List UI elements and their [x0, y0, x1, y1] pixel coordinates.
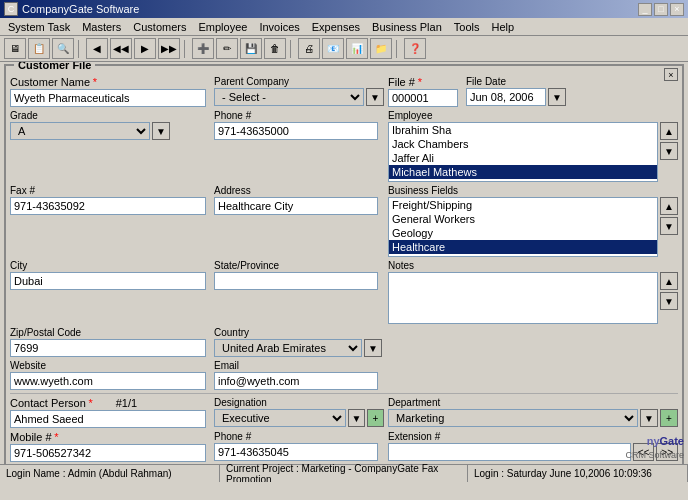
notes-scroll-up[interactable]: ▲ — [660, 272, 678, 290]
menu-business-plan[interactable]: Business Plan — [366, 19, 448, 35]
business-field-2[interactable]: General Workers — [389, 212, 657, 226]
employee-item-4[interactable]: Michael Mathews — [389, 165, 657, 179]
toolbar-btn-6[interactable]: ▶ — [134, 38, 156, 59]
employee-item-3[interactable]: Jaffer Ali — [389, 151, 657, 165]
mobile-input[interactable] — [10, 444, 206, 462]
extension-input[interactable] — [388, 443, 631, 461]
maximize-button[interactable]: □ — [654, 3, 668, 16]
menu-tools[interactable]: Tools — [448, 19, 486, 35]
department-dropdown[interactable]: ▼ — [640, 409, 658, 427]
address-input[interactable] — [214, 197, 378, 215]
menu-help[interactable]: Help — [485, 19, 520, 35]
parent-company-dropdown[interactable]: ▼ — [366, 88, 384, 106]
toolbar-btn-3[interactable]: 🔍 — [52, 38, 74, 59]
designation-select[interactable]: Executive — [214, 409, 346, 427]
title-bar: C CompanyGate Software _ □ × — [0, 0, 688, 18]
panel-title: Customer File — [14, 62, 95, 71]
department-select[interactable]: Marketing — [388, 409, 638, 427]
address-label: Address — [214, 185, 384, 196]
grade-select[interactable]: A — [10, 122, 150, 140]
business-fields-listbox[interactable]: Freight/Shipping General Workers Geology… — [388, 197, 658, 257]
country-dropdown[interactable]: ▼ — [364, 339, 382, 357]
phone-input[interactable] — [214, 122, 378, 140]
notes-scroll-down[interactable]: ▼ — [660, 292, 678, 310]
toolbar-btn-10[interactable]: 💾 — [240, 38, 262, 59]
website-input[interactable] — [10, 372, 206, 390]
logo-main: nyGate — [625, 427, 684, 450]
contact-person-input[interactable] — [10, 410, 206, 428]
department-add[interactable]: + — [660, 409, 678, 427]
fax-input[interactable] — [10, 197, 206, 215]
file-date-dropdown[interactable]: ▼ — [548, 88, 566, 106]
menu-bar: System Task Masters Customers Employee I… — [0, 18, 688, 36]
window-controls[interactable]: _ □ × — [638, 3, 684, 16]
close-button[interactable]: × — [670, 3, 684, 16]
file-no-input[interactable] — [388, 89, 458, 107]
menu-invoices[interactable]: Invoices — [253, 19, 305, 35]
toolbar: 🖥 📋 🔍 ◀ ◀◀ ▶ ▶▶ ➕ ✏ 💾 🗑 🖨 📧 📊 📁 ❓ — [0, 36, 688, 62]
employee-label: Employee — [388, 110, 678, 121]
employee-listbox[interactable]: Ibrahim Sha Jack Chambers Jaffer Ali Mic… — [388, 122, 658, 182]
parent-company-label: Parent Company — [214, 76, 384, 87]
menu-employee[interactable]: Employee — [192, 19, 253, 35]
toolbar-btn-8[interactable]: ➕ — [192, 38, 214, 59]
toolbar-btn-4[interactable]: ◀ — [86, 38, 108, 59]
customer-name-label: Customer Name * — [10, 76, 210, 88]
customer-name-input[interactable] — [10, 89, 206, 107]
grade-dropdown[interactable]: ▼ — [152, 122, 170, 140]
toolbar-btn-2[interactable]: 📋 — [28, 38, 50, 59]
business-field-4[interactable]: Healthcare — [389, 240, 657, 254]
menu-system-task[interactable]: System Task — [2, 19, 76, 35]
designation-label: Designation — [214, 397, 384, 408]
grade-label: Grade — [10, 110, 210, 121]
zip-input[interactable] — [10, 339, 206, 357]
designation-add[interactable]: + — [367, 409, 384, 427]
notes-label: Notes — [388, 260, 678, 271]
minimize-button[interactable]: _ — [638, 3, 652, 16]
biz-scroll-up[interactable]: ▲ — [660, 197, 678, 215]
country-label: Country — [214, 327, 384, 338]
employee-item-1[interactable]: Ibrahim Sha — [389, 123, 657, 137]
email-input[interactable] — [214, 372, 378, 390]
toolbar-btn-14[interactable]: 📊 — [346, 38, 368, 59]
toolbar-btn-16[interactable]: ❓ — [404, 38, 426, 59]
status-login: Login Name : Admin (Abdul Rahman) — [0, 465, 220, 482]
phone-contact-input[interactable] — [214, 443, 378, 461]
toolbar-btn-15[interactable]: 📁 — [370, 38, 392, 59]
employee-item-2[interactable]: Jack Chambers — [389, 137, 657, 151]
status-datetime: Login : Saturday June 10,2006 10:09:36 — [468, 465, 688, 482]
designation-dropdown[interactable]: ▼ — [348, 409, 365, 427]
panel-close-button[interactable]: × — [664, 68, 678, 81]
logo-sub: CRM Software — [625, 450, 684, 460]
toolbar-btn-11[interactable]: 🗑 — [264, 38, 286, 59]
menu-expenses[interactable]: Expenses — [306, 19, 366, 35]
employee-scroll-down[interactable]: ▼ — [660, 142, 678, 160]
toolbar-btn-12[interactable]: 🖨 — [298, 38, 320, 59]
city-input[interactable] — [10, 272, 206, 290]
employee-scroll-up[interactable]: ▲ — [660, 122, 678, 140]
toolbar-btn-1[interactable]: 🖥 — [4, 38, 26, 59]
toolbar-btn-9[interactable]: ✏ — [216, 38, 238, 59]
state-input[interactable] — [214, 272, 378, 290]
file-date-input[interactable] — [466, 88, 546, 106]
website-label: Website — [10, 360, 210, 371]
business-field-3[interactable]: Geology — [389, 226, 657, 240]
parent-company-select[interactable]: - Select - — [214, 88, 364, 106]
zip-label: Zip/Postal Code — [10, 327, 210, 338]
business-field-1[interactable]: Freight/Shipping — [389, 198, 657, 212]
toolbar-btn-5[interactable]: ◀◀ — [110, 38, 132, 59]
state-label: State/Province — [214, 260, 384, 271]
contact-person-label: Contact Person * #1/1 — [10, 397, 210, 409]
toolbar-btn-7[interactable]: ▶▶ — [158, 38, 180, 59]
logo-area: nyGate CRM Software — [625, 427, 684, 460]
fax-label: Fax # — [10, 185, 210, 196]
biz-scroll-down[interactable]: ▼ — [660, 217, 678, 235]
toolbar-btn-13[interactable]: 📧 — [322, 38, 344, 59]
app-icon: C — [4, 2, 18, 16]
country-select[interactable]: United Arab Emirates — [214, 339, 362, 357]
status-project: Current Project : Marketing - CompanyGat… — [220, 465, 468, 482]
menu-customers[interactable]: Customers — [127, 19, 192, 35]
menu-masters[interactable]: Masters — [76, 19, 127, 35]
business-fields-label: Business Fields — [388, 185, 678, 196]
notes-textarea[interactable] — [388, 272, 658, 324]
